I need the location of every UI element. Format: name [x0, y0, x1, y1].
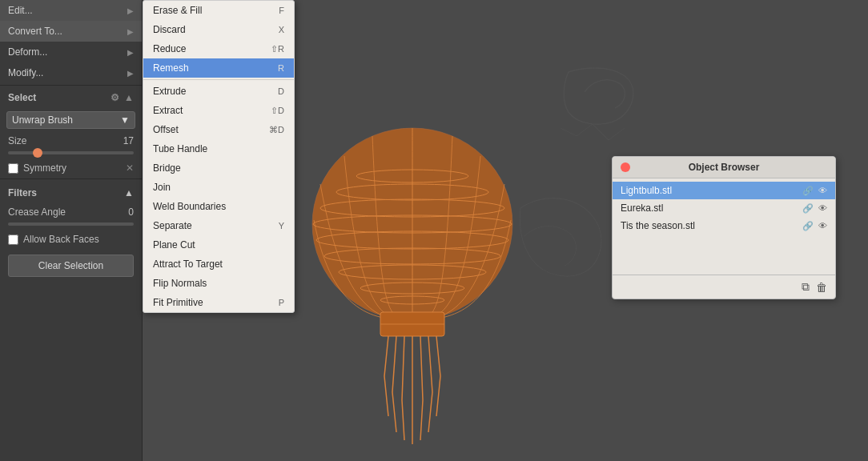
dd-item-fit-primitive[interactable]: Fit PrimitiveP — [143, 293, 294, 312]
dd-item-separate[interactable]: SeparateY — [143, 216, 294, 235]
allow-back-row: Allow Back Faces — [0, 230, 142, 248]
dd-item-bridge[interactable]: Bridge — [143, 158, 294, 178]
dd-item-label: Tube Handle — [153, 143, 207, 154]
eye-icon[interactable]: 👁 — [818, 203, 827, 213]
dd-item-label: Discard — [153, 24, 186, 35]
link-icon[interactable]: 🔗 — [802, 221, 814, 231]
dd-item-shortcut: X — [279, 25, 284, 34]
menu-item-deform[interactable]: Deform... ▶ — [0, 42, 142, 62]
arrow-right-icon-4: ▶ — [127, 69, 134, 78]
dd-item-label: Erase & Fill — [153, 5, 202, 16]
brush-dropdown[interactable]: Unwrap Brush ▼ — [6, 111, 135, 129]
size-slider-row — [0, 150, 142, 159]
object-browser-footer: ⧉ 🗑 — [613, 275, 835, 299]
dd-item-extrude[interactable]: ExtrudeD — [143, 82, 294, 101]
ob-item-icons: 🔗👁 — [802, 221, 827, 231]
dd-item-discard[interactable]: DiscardX — [143, 20, 294, 39]
allow-back-faces-checkbox[interactable] — [8, 235, 18, 245]
symmetry-checkbox[interactable] — [8, 163, 18, 174]
link-icon[interactable]: 🔗 — [802, 186, 814, 196]
crease-slider-row — [0, 221, 142, 230]
dd-item-label: Fit Primitive — [153, 297, 203, 308]
dd-item-remesh[interactable]: RemeshR — [143, 58, 294, 78]
dd-item-shortcut: ⇧R — [271, 44, 284, 54]
menu-item-convert-label: Convert To... — [8, 26, 62, 37]
dd-item-label: Flip Normals — [153, 278, 207, 289]
select-section-header: Select ⚙ ▲ — [0, 87, 142, 108]
menu-item-edit-label: Edit... — [8, 5, 33, 16]
dd-item-tube-handle[interactable]: Tube Handle — [143, 139, 294, 158]
object-browser-close-button[interactable] — [621, 162, 630, 172]
clear-selection-button[interactable]: Clear Selection — [8, 255, 134, 277]
menu-item-modify[interactable]: Modify... ▶ — [0, 62, 142, 83]
dd-item-attract-to-target[interactable]: Attract To Target — [143, 255, 294, 274]
dd-item-extract[interactable]: Extract⇧D — [143, 101, 294, 120]
dd-item-reduce[interactable]: Reduce⇧R — [143, 39, 294, 58]
filters-section-header: Filters ▲ — [0, 182, 142, 203]
arrow-right-icon-3: ▶ — [127, 48, 134, 57]
ob-item-tis-the-season-stl[interactable]: Tis the season.stl🔗👁 — [613, 217, 835, 235]
ob-item-name: Tis the season.stl — [621, 220, 802, 231]
select-section-icons: ⚙ ▲ — [111, 92, 134, 103]
menu-item-edit[interactable]: Edit... ▶ — [0, 0, 142, 21]
filters-chevron-up-icon[interactable]: ▲ — [124, 187, 134, 198]
left-panel: Edit... ▶ Convert To... ▶ Deform... ▶ Mo… — [0, 0, 143, 461]
ob-item-eureka-stl[interactable]: Eureka.stl🔗👁 — [613, 199, 835, 217]
dd-item-erase-&-fill[interactable]: Erase & FillF — [143, 1, 294, 20]
symmetry-row: Symmetry ✕ — [0, 159, 142, 177]
crease-row: Crease Angle 0 — [0, 203, 142, 221]
size-slider-thumb[interactable] — [33, 148, 42, 158]
eye-icon[interactable]: 👁 — [818, 221, 827, 230]
size-label: Size — [8, 135, 26, 146]
dd-item-label: Reduce — [153, 43, 186, 54]
dd-item-label: Remesh — [153, 62, 189, 74]
menu-item-deform-label: Deform... — [8, 46, 47, 58]
dd-item-shortcut: D — [278, 86, 284, 96]
dd-item-shortcut: Y — [279, 221, 284, 230]
dd-item-label: Extract — [153, 105, 183, 116]
size-value: 17 — [123, 135, 134, 146]
ob-item-lightbulb-stl[interactable]: Lightbulb.stl🔗👁 — [613, 182, 835, 199]
dd-item-join[interactable]: Join — [143, 178, 294, 197]
crease-label: Crease Angle — [8, 206, 66, 218]
crease-slider-track — [8, 222, 134, 226]
object-browser-title: Object Browser — [689, 162, 760, 173]
object-browser-header: Object Browser — [613, 157, 835, 178]
eye-icon[interactable]: 👁 — [818, 186, 827, 195]
dd-item-label: Plane Cut — [153, 239, 195, 251]
dd-item-weld-boundaries[interactable]: Weld Boundaries — [143, 197, 294, 216]
symmetry-x-icon[interactable]: ✕ — [126, 162, 134, 174]
dd-item-offset[interactable]: Offset⌘D — [143, 120, 294, 139]
dd-item-label: Join — [153, 182, 171, 193]
dd-item-label: Separate — [153, 220, 192, 231]
object-browser: Object Browser Lightbulb.stl🔗👁Eureka.stl… — [612, 156, 836, 299]
object-browser-copy-button[interactable]: ⧉ — [802, 280, 810, 294]
dropdown-menu: Erase & FillFDiscardXReduce⇧RRemeshRExtr… — [143, 0, 295, 313]
size-row: Size 17 — [0, 132, 142, 150]
ob-item-icons: 🔗👁 — [802, 203, 827, 214]
menu-item-convert[interactable]: Convert To... ▶ — [0, 21, 142, 42]
gear-icon[interactable]: ⚙ — [111, 92, 119, 103]
select-section-label: Select — [8, 92, 36, 103]
ob-item-name: Eureka.stl — [621, 202, 802, 214]
chevron-down-icon: ▼ — [120, 114, 130, 126]
dd-item-plane-cut[interactable]: Plane Cut — [143, 235, 294, 255]
symmetry-label: Symmetry — [23, 162, 66, 174]
dd-item-label: Offset — [153, 124, 179, 135]
dd-item-shortcut: R — [278, 63, 284, 73]
dd-item-flip-normals[interactable]: Flip Normals — [143, 274, 294, 293]
chevron-up-icon[interactable]: ▲ — [124, 92, 134, 103]
dd-item-shortcut: ⇧D — [271, 106, 284, 116]
crease-value: 0 — [128, 206, 134, 218]
object-browser-trash-button[interactable]: 🗑 — [816, 281, 827, 294]
ob-item-name: Lightbulb.stl — [621, 185, 802, 196]
brush-dropdown-label: Unwrap Brush — [12, 114, 73, 126]
link-icon[interactable]: 🔗 — [802, 203, 814, 214]
dd-item-shortcut: P — [279, 298, 284, 307]
ob-item-icons: 🔗👁 — [802, 186, 827, 196]
panel-divider-2 — [0, 178, 142, 179]
arrow-right-icon-2: ▶ — [127, 27, 134, 36]
dd-item-shortcut: F — [279, 6, 284, 15]
filters-label: Filters — [8, 187, 37, 198]
allow-back-label: Allow Back Faces — [23, 234, 99, 245]
